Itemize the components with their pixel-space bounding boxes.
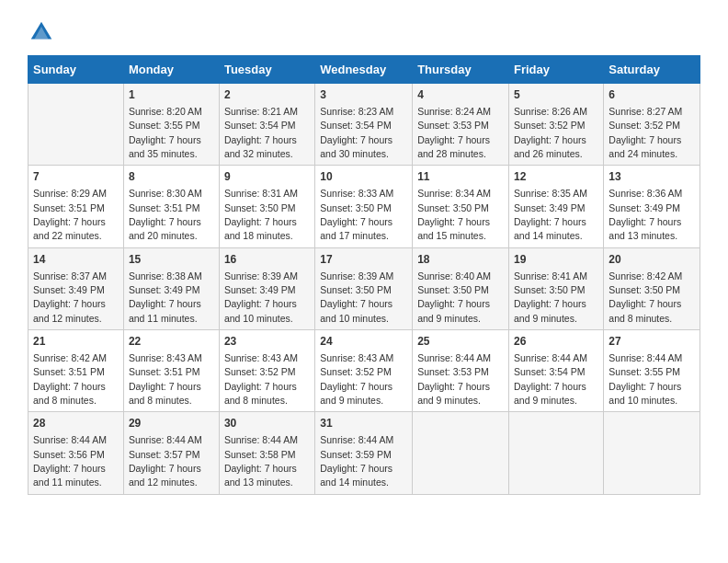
day-info: Sunrise: 8:39 AMSunset: 3:50 PMDaylight:… xyxy=(320,270,393,324)
day-number: 20 xyxy=(609,252,695,268)
day-info: Sunrise: 8:44 AMSunset: 3:55 PMDaylight:… xyxy=(609,352,682,406)
day-number: 12 xyxy=(514,169,598,185)
weekday-header-sunday: Sunday xyxy=(28,56,124,84)
day-info: Sunrise: 8:31 AMSunset: 3:50 PMDaylight:… xyxy=(224,188,298,241)
calendar-cell xyxy=(28,84,124,166)
day-info: Sunrise: 8:27 AMSunset: 3:52 PMDaylight:… xyxy=(609,106,682,159)
day-number: 2 xyxy=(224,87,310,103)
weekday-header-friday: Friday xyxy=(508,56,603,84)
day-number: 27 xyxy=(609,334,695,350)
day-info: Sunrise: 8:44 AMSunset: 3:58 PMDaylight:… xyxy=(224,434,298,488)
day-info: Sunrise: 8:24 AMSunset: 3:53 PMDaylight:… xyxy=(417,106,491,159)
calendar-cell: 4Sunrise: 8:24 AMSunset: 3:53 PMDaylight… xyxy=(413,84,509,166)
day-number: 26 xyxy=(514,334,598,350)
day-number: 18 xyxy=(417,252,504,268)
calendar-cell: 20Sunrise: 8:42 AMSunset: 3:50 PMDayligh… xyxy=(604,247,700,329)
day-info: Sunrise: 8:29 AMSunset: 3:51 PMDaylight:… xyxy=(33,188,107,241)
calendar-cell: 11Sunrise: 8:34 AMSunset: 3:50 PMDayligh… xyxy=(413,166,509,247)
calendar-cell: 12Sunrise: 8:35 AMSunset: 3:49 PMDayligh… xyxy=(508,166,603,247)
day-info: Sunrise: 8:42 AMSunset: 3:50 PMDaylight:… xyxy=(609,270,682,324)
calendar-cell: 17Sunrise: 8:39 AMSunset: 3:50 PMDayligh… xyxy=(315,247,413,329)
calendar-cell: 16Sunrise: 8:39 AMSunset: 3:49 PMDayligh… xyxy=(219,247,314,329)
calendar-table: SundayMondayTuesdayWednesdayThursdayFrid… xyxy=(28,55,700,495)
day-number: 29 xyxy=(129,416,214,431)
day-number: 30 xyxy=(224,416,310,431)
weekday-header-saturday: Saturday xyxy=(604,56,700,84)
day-info: Sunrise: 8:41 AMSunset: 3:50 PMDaylight:… xyxy=(514,270,587,324)
calendar-cell: 31Sunrise: 8:44 AMSunset: 3:59 PMDayligh… xyxy=(315,412,413,494)
calendar-cell: 13Sunrise: 8:36 AMSunset: 3:49 PMDayligh… xyxy=(604,166,700,247)
day-number: 19 xyxy=(514,252,598,268)
day-info: Sunrise: 8:23 AMSunset: 3:54 PMDaylight:… xyxy=(320,106,393,159)
calendar-cell: 15Sunrise: 8:38 AMSunset: 3:49 PMDayligh… xyxy=(123,247,219,329)
day-number: 23 xyxy=(224,334,310,350)
day-number: 22 xyxy=(129,334,214,350)
calendar-week-3: 14Sunrise: 8:37 AMSunset: 3:49 PMDayligh… xyxy=(28,247,700,329)
day-number: 17 xyxy=(320,252,407,268)
day-info: Sunrise: 8:26 AMSunset: 3:52 PMDaylight:… xyxy=(514,106,587,159)
day-number: 3 xyxy=(320,87,407,103)
logo-icon xyxy=(28,18,55,46)
calendar-cell: 8Sunrise: 8:30 AMSunset: 3:51 PMDaylight… xyxy=(123,166,219,247)
day-info: Sunrise: 8:44 AMSunset: 3:59 PMDaylight:… xyxy=(320,434,393,488)
day-number: 21 xyxy=(33,334,119,350)
day-number: 15 xyxy=(129,252,214,268)
calendar-cell: 23Sunrise: 8:43 AMSunset: 3:52 PMDayligh… xyxy=(219,330,314,412)
day-info: Sunrise: 8:21 AMSunset: 3:54 PMDaylight:… xyxy=(224,106,298,159)
day-info: Sunrise: 8:44 AMSunset: 3:53 PMDaylight:… xyxy=(417,352,491,406)
weekday-header-thursday: Thursday xyxy=(413,56,509,84)
day-number: 16 xyxy=(224,252,310,268)
weekday-header-monday: Monday xyxy=(123,56,219,84)
day-number: 11 xyxy=(417,169,504,185)
calendar-cell: 29Sunrise: 8:44 AMSunset: 3:57 PMDayligh… xyxy=(123,412,219,494)
day-info: Sunrise: 8:36 AMSunset: 3:49 PMDaylight:… xyxy=(609,188,682,241)
day-number: 6 xyxy=(609,87,695,103)
calendar-cell: 6Sunrise: 8:27 AMSunset: 3:52 PMDaylight… xyxy=(604,84,700,166)
day-info: Sunrise: 8:44 AMSunset: 3:56 PMDaylight:… xyxy=(33,434,107,488)
day-number: 1 xyxy=(129,87,214,103)
day-info: Sunrise: 8:43 AMSunset: 3:51 PMDaylight:… xyxy=(129,352,202,406)
calendar-cell: 3Sunrise: 8:23 AMSunset: 3:54 PMDaylight… xyxy=(315,84,413,166)
day-info: Sunrise: 8:39 AMSunset: 3:49 PMDaylight:… xyxy=(224,270,298,324)
calendar-cell: 10Sunrise: 8:33 AMSunset: 3:50 PMDayligh… xyxy=(315,166,413,247)
day-number: 5 xyxy=(514,87,598,103)
page-header xyxy=(28,18,700,46)
calendar-cell xyxy=(413,412,509,494)
calendar-cell: 24Sunrise: 8:43 AMSunset: 3:52 PMDayligh… xyxy=(315,330,413,412)
calendar-week-1: 1Sunrise: 8:20 AMSunset: 3:55 PMDaylight… xyxy=(28,84,700,166)
day-info: Sunrise: 8:33 AMSunset: 3:50 PMDaylight:… xyxy=(320,188,393,241)
day-number: 25 xyxy=(417,334,504,350)
day-number: 7 xyxy=(33,169,119,185)
calendar-week-2: 7Sunrise: 8:29 AMSunset: 3:51 PMDaylight… xyxy=(28,166,700,247)
day-info: Sunrise: 8:44 AMSunset: 3:54 PMDaylight:… xyxy=(514,352,587,406)
day-number: 8 xyxy=(129,169,214,185)
calendar-cell: 7Sunrise: 8:29 AMSunset: 3:51 PMDaylight… xyxy=(28,166,124,247)
weekday-header-wednesday: Wednesday xyxy=(315,56,413,84)
day-info: Sunrise: 8:42 AMSunset: 3:51 PMDaylight:… xyxy=(33,352,107,406)
calendar-cell: 26Sunrise: 8:44 AMSunset: 3:54 PMDayligh… xyxy=(508,330,603,412)
calendar-cell: 19Sunrise: 8:41 AMSunset: 3:50 PMDayligh… xyxy=(508,247,603,329)
calendar-cell: 9Sunrise: 8:31 AMSunset: 3:50 PMDaylight… xyxy=(219,166,314,247)
day-number: 9 xyxy=(224,169,310,185)
calendar-cell: 28Sunrise: 8:44 AMSunset: 3:56 PMDayligh… xyxy=(28,412,124,494)
calendar-cell: 5Sunrise: 8:26 AMSunset: 3:52 PMDaylight… xyxy=(508,84,603,166)
day-info: Sunrise: 8:30 AMSunset: 3:51 PMDaylight:… xyxy=(129,188,202,241)
day-info: Sunrise: 8:43 AMSunset: 3:52 PMDaylight:… xyxy=(224,352,298,406)
calendar-cell: 2Sunrise: 8:21 AMSunset: 3:54 PMDaylight… xyxy=(219,84,314,166)
weekday-header-row: SundayMondayTuesdayWednesdayThursdayFrid… xyxy=(28,56,700,84)
calendar-cell: 30Sunrise: 8:44 AMSunset: 3:58 PMDayligh… xyxy=(219,412,314,494)
day-number: 4 xyxy=(417,87,504,103)
calendar-cell: 21Sunrise: 8:42 AMSunset: 3:51 PMDayligh… xyxy=(28,330,124,412)
day-number: 31 xyxy=(320,416,407,431)
day-number: 14 xyxy=(33,252,119,268)
day-number: 10 xyxy=(320,169,407,185)
day-number: 13 xyxy=(609,169,695,185)
day-info: Sunrise: 8:37 AMSunset: 3:49 PMDaylight:… xyxy=(33,270,107,324)
day-info: Sunrise: 8:20 AMSunset: 3:55 PMDaylight:… xyxy=(129,106,202,159)
calendar-week-5: 28Sunrise: 8:44 AMSunset: 3:56 PMDayligh… xyxy=(28,412,700,494)
calendar-cell: 14Sunrise: 8:37 AMSunset: 3:49 PMDayligh… xyxy=(28,247,124,329)
calendar-cell: 27Sunrise: 8:44 AMSunset: 3:55 PMDayligh… xyxy=(604,330,700,412)
calendar-cell: 18Sunrise: 8:40 AMSunset: 3:50 PMDayligh… xyxy=(413,247,509,329)
calendar-week-4: 21Sunrise: 8:42 AMSunset: 3:51 PMDayligh… xyxy=(28,330,700,412)
day-number: 28 xyxy=(33,416,119,431)
